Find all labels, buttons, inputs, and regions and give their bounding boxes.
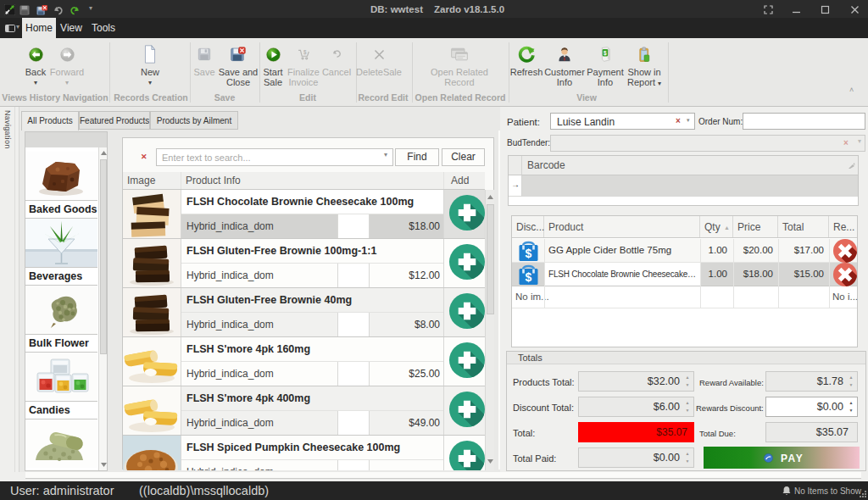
svg-text:$: $ [526, 247, 532, 260]
svg-text:$: $ [604, 48, 607, 57]
svg-text:$: $ [303, 48, 306, 55]
svg-text:$: $ [526, 270, 532, 284]
